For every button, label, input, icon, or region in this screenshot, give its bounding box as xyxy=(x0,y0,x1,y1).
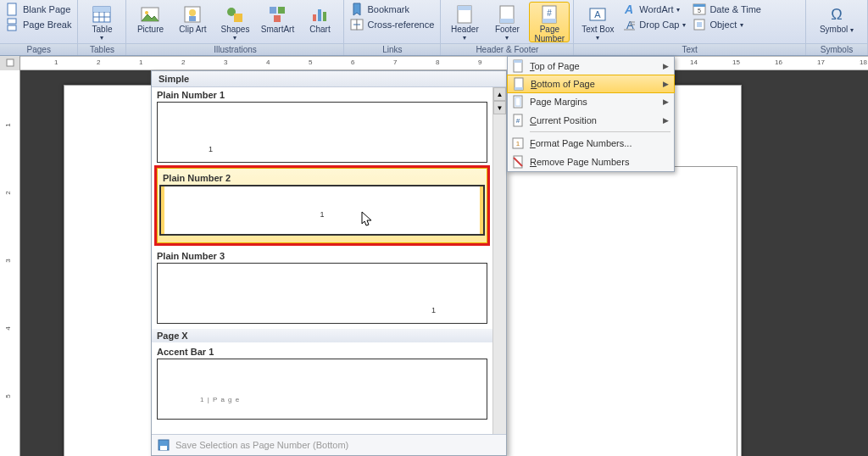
gallery-item-label: Plain Number 2 xyxy=(159,170,485,185)
illustrations-group-label: Illustrations xyxy=(126,43,343,55)
textbox-button[interactable]: AText Box▾ xyxy=(577,2,618,42)
menu-bottom-label: Bottom of Page xyxy=(531,79,595,89)
group-links: Bookmark Cross-reference Links xyxy=(344,0,441,55)
menu-format-page-numbers[interactable]: 1Format Page Numbers... xyxy=(508,134,674,153)
scroll-up-icon[interactable]: ▲ xyxy=(493,87,506,101)
menu-top-of-page[interactable]: Top of Page▶ xyxy=(508,57,674,75)
mouse-cursor-icon xyxy=(361,211,373,228)
gallery-item-plain-number-2[interactable]: Plain Number 2 1 xyxy=(157,168,487,243)
gallery-item-label: Plain Number 3 xyxy=(157,248,487,263)
svg-text:#: # xyxy=(516,117,520,125)
gallery-header-simple: Simple xyxy=(152,71,506,87)
wordart-button[interactable]: AWordArt ▾ xyxy=(620,2,688,17)
menu-current-position[interactable]: #Current Position▶ xyxy=(508,111,674,130)
horizontal-ruler: 12123456789101112131415161718 xyxy=(0,56,868,70)
page-break-icon xyxy=(6,18,19,31)
page-number-sample: 1 xyxy=(320,210,324,219)
svg-point-10 xyxy=(145,11,148,14)
links-group-label: Links xyxy=(344,43,440,55)
scroll-down-icon[interactable]: ▼ xyxy=(493,101,506,114)
menu-remove-page-numbers[interactable]: Remove Page Numbers xyxy=(508,153,674,171)
gallery-save-label: Save Selection as Page Number (Bottom) xyxy=(175,440,348,450)
smartart-button[interactable]: SmartArt xyxy=(257,2,298,42)
chevron-down-icon: ▾ xyxy=(850,26,854,34)
group-text: AText Box▾ AWordArt ▾ ADrop Cap ▾ 5Date … xyxy=(574,0,806,55)
svg-rect-44 xyxy=(7,59,14,66)
gallery-item-label: Accent Bar 1 xyxy=(157,344,487,359)
group-symbols: ΩSymbol ▾ Symbols xyxy=(806,0,868,55)
svg-rect-1 xyxy=(8,19,16,24)
crossref-icon xyxy=(350,18,364,31)
clipart-button[interactable]: Clip Art xyxy=(172,2,213,42)
bookmark-button[interactable]: Bookmark xyxy=(348,2,437,17)
dropcap-button[interactable]: ADrop Cap ▾ xyxy=(620,17,688,32)
group-pages: Blank Page Page Break Pages xyxy=(0,0,78,55)
datetime-button[interactable]: 5Date & Time xyxy=(690,2,764,17)
save-selection-icon xyxy=(157,438,170,452)
remove-page-numbers-icon xyxy=(511,155,525,169)
chevron-down-icon: ▾ xyxy=(100,35,103,42)
group-headerfooter: Header▾ Footer▾ #Page Number▾ Header & F… xyxy=(441,0,574,55)
picture-button[interactable]: Picture xyxy=(130,2,170,42)
crossref-button[interactable]: Cross-reference xyxy=(348,17,437,32)
page-number-sample: 1 xyxy=(431,306,436,314)
ribbon: Blank Page Page Break Pages Table▾ Table… xyxy=(0,0,868,56)
menu-margins-label: Page Margins xyxy=(530,97,587,107)
svg-rect-8 xyxy=(93,7,110,12)
table-button[interactable]: Table▾ xyxy=(81,2,122,42)
ruler-corner[interactable] xyxy=(0,56,20,70)
symbol-button[interactable]: ΩSymbol ▾ xyxy=(810,2,864,42)
vertical-ruler: 12345 xyxy=(0,70,20,456)
dropcap-icon: A xyxy=(622,18,636,31)
menu-bottom-of-page[interactable]: Bottom of Page▶ xyxy=(507,75,675,93)
clipart-icon xyxy=(182,4,203,25)
gallery-item-accent-bar-1[interactable]: 1 | P a g e xyxy=(157,359,487,420)
svg-rect-27 xyxy=(500,19,514,23)
svg-rect-21 xyxy=(323,12,326,21)
object-icon xyxy=(693,18,706,31)
chevron-down-icon: ▾ xyxy=(233,35,236,42)
shapes-label: Shapes xyxy=(221,25,250,35)
svg-rect-16 xyxy=(270,7,276,14)
svg-text:5: 5 xyxy=(698,8,701,14)
chart-button[interactable]: Chart xyxy=(299,2,340,42)
page-number-button[interactable]: #Page Number▾ xyxy=(529,2,570,42)
chevron-down-icon: ▾ xyxy=(505,35,509,42)
chevron-down-icon: ▾ xyxy=(740,21,743,29)
menu-format-label: Format Page Numbers... xyxy=(530,138,632,148)
svg-text:Ω: Ω xyxy=(831,6,842,23)
text-group-label: Text xyxy=(574,43,805,55)
dropcap-label: Drop Cap xyxy=(639,19,679,30)
object-button[interactable]: Object ▾ xyxy=(690,17,764,32)
header-button[interactable]: Header▾ xyxy=(444,2,485,42)
chart-label: Chart xyxy=(309,25,330,35)
smartart-icon xyxy=(267,4,287,25)
shapes-button[interactable]: Shapes▾ xyxy=(214,2,255,42)
page-break-button[interactable]: Page Break xyxy=(3,17,74,32)
svg-rect-25 xyxy=(458,6,471,10)
svg-rect-18 xyxy=(274,15,281,22)
symbol-label: Symbol xyxy=(820,25,848,34)
gallery-item-label: Plain Number 1 xyxy=(157,87,487,102)
page-number-label: Page Number xyxy=(530,25,569,43)
table-icon xyxy=(92,4,112,25)
svg-rect-0 xyxy=(8,3,16,15)
symbols-group-label: Symbols xyxy=(806,43,867,55)
menu-current-label: Current Position xyxy=(530,115,597,125)
textbox-icon: A xyxy=(587,4,608,25)
menu-page-margins[interactable]: Page Margins▶ xyxy=(508,92,674,111)
gallery-scrollbar[interactable]: ▲ ▼ xyxy=(492,87,506,434)
pages-group-label: Pages xyxy=(0,43,77,55)
footer-button[interactable]: Footer▾ xyxy=(487,2,527,42)
blank-page-button[interactable]: Blank Page xyxy=(3,2,74,17)
gallery-item-plain-number-1[interactable]: 1 xyxy=(157,102,487,163)
svg-text:#: # xyxy=(548,8,553,18)
header-label: Header xyxy=(451,25,479,35)
menu-remove-label: Remove Page Numbers xyxy=(530,157,629,167)
svg-rect-20 xyxy=(318,9,321,21)
gallery-item-plain-number-3[interactable]: 1 xyxy=(157,263,487,324)
top-of-page-icon xyxy=(511,59,525,73)
footer-label: Footer xyxy=(495,25,520,35)
menu-separator xyxy=(530,131,670,132)
bottom-of-page-icon xyxy=(512,77,526,91)
